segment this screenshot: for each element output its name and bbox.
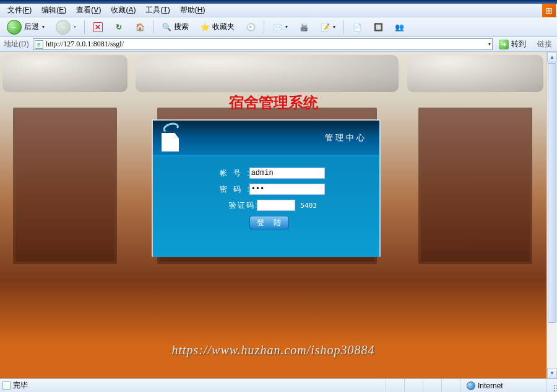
row-password: 密码: [153, 184, 379, 195]
row-account: 帐号: [153, 168, 379, 179]
account-input[interactable] [249, 168, 325, 179]
refresh-icon: ↻ [114, 22, 124, 32]
star-icon: ⭐ [200, 22, 210, 32]
toolbar: ← 后退 ▾ → ▾ ✕ ↻ 🏠 🔍 搜索 ⭐ 收藏夹 🕘 ✉️▾ 🖨️ 📝▾ … [0, 17, 557, 37]
scroll-thumb[interactable] [548, 63, 556, 323]
go-label: 转到 [511, 39, 526, 49]
panel-frame: 管理中心 帐号: 密码: 验证码: 5403 [152, 119, 381, 257]
login-button[interactable]: 登 陆 [249, 216, 289, 229]
research-icon: 🔲 [373, 22, 383, 32]
page-icon [2, 381, 11, 390]
status-cell [423, 379, 442, 392]
menu-help[interactable]: 帮助(H) [175, 4, 210, 17]
mail-button[interactable]: ✉️▾ [268, 20, 292, 34]
vertical-scrollbar[interactable]: ▲ ▼ [546, 52, 557, 378]
favorites-button[interactable]: ⭐ 收藏夹 [196, 20, 239, 34]
edit-button[interactable]: 📝▾ [316, 20, 340, 34]
separator [153, 20, 153, 34]
separator [264, 20, 264, 34]
go-button[interactable]: ➜ 转到 [495, 38, 530, 51]
menu-favorites[interactable]: 收藏(A) [106, 4, 140, 17]
address-input-wrap[interactable]: e ▾ [33, 38, 493, 50]
content-area: 宿舍管理系统 管理中心 帐号: 密码: 验证码: [0, 52, 557, 378]
chevron-down-icon: ▾ [333, 24, 335, 30]
forward-button[interactable]: → ▾ [51, 18, 80, 36]
stop-button[interactable]: ✕ [89, 20, 107, 34]
search-icon: 🔍 [162, 22, 171, 32]
back-arrow-icon: ← [7, 20, 22, 35]
captcha-label: 验证码 [215, 200, 255, 211]
address-label: 地址(D) [2, 39, 30, 49]
messenger-button[interactable]: 👥 [390, 20, 408, 34]
mail-icon: ✉️ [272, 22, 282, 32]
account-label: 帐号 [207, 168, 247, 179]
menu-view[interactable]: 查看(V) [71, 4, 106, 17]
back-label: 后退 [24, 22, 39, 32]
discuss-button[interactable]: 📄 [348, 20, 366, 34]
status-cell [405, 379, 423, 392]
page-icon: e [35, 40, 43, 49]
login-body: 帐号: 密码: 验证码: 5403 登 陆 [153, 156, 379, 257]
links-label[interactable]: 链接 [535, 39, 555, 49]
history-icon: 🕘 [246, 22, 256, 32]
separator [343, 20, 344, 34]
login-panel: 管理中心 帐号: 密码: 验证码: 5403 [152, 119, 381, 257]
status-zone: Internet [460, 379, 547, 392]
status-left: 完毕 [0, 380, 386, 391]
address-bar: 地址(D) e ▾ ➜ 转到 链接 [0, 37, 557, 52]
research-button[interactable]: 🔲 [369, 20, 387, 34]
scroll-down-button[interactable]: ▼ [547, 368, 557, 378]
home-button[interactable]: 🏠 [131, 20, 149, 34]
search-label: 搜索 [174, 22, 189, 32]
row-submit: 登 陆 [153, 216, 379, 229]
status-bar: 完毕 Internet [0, 378, 557, 392]
page-title: 宿舍管理系统 [0, 93, 546, 113]
status-done: 完毕 [13, 380, 28, 391]
address-input[interactable] [46, 40, 485, 49]
history-button[interactable]: 🕘 [241, 20, 260, 34]
password-input[interactable] [249, 184, 325, 195]
scroll-up-button[interactable]: ▲ [547, 52, 557, 62]
windows-logo-icon: ⊞ [542, 4, 556, 17]
password-label: 密码 [207, 184, 247, 195]
watermark: https://www.huzhan.com/ishop30884 [0, 343, 546, 357]
messenger-icon: 👥 [394, 22, 404, 32]
globe-icon [467, 381, 475, 390]
chevron-down-icon[interactable]: ▾ [488, 41, 491, 47]
forward-arrow-icon: → [56, 20, 71, 35]
go-arrow-icon: ➜ [499, 40, 509, 49]
search-button[interactable]: 🔍 搜索 [157, 20, 193, 34]
chevron-down-icon: ▾ [285, 24, 288, 30]
stop-icon: ✕ [93, 22, 103, 32]
menu-file[interactable]: 文件(F) [2, 4, 37, 17]
row-captcha: 验证码: 5403 [153, 200, 379, 211]
refresh-button[interactable]: ↻ [110, 20, 128, 34]
resize-grip[interactable] [547, 383, 557, 388]
menu-tools[interactable]: 工具(T) [140, 4, 175, 17]
chevron-down-icon: ▾ [74, 24, 76, 30]
separator [84, 20, 85, 34]
print-icon: 🖨️ [299, 22, 309, 32]
chevron-down-icon: ▾ [42, 24, 45, 30]
back-button[interactable]: ← 后退 ▾ [2, 18, 49, 36]
menu-edit[interactable]: 编辑(E) [37, 4, 71, 17]
status-cell [442, 379, 460, 392]
edit-icon: 📝 [320, 22, 330, 32]
captcha-code: 5403 [300, 202, 317, 210]
home-icon: 🏠 [135, 22, 145, 32]
login-header: 管理中心 [153, 121, 379, 156]
status-cell [386, 379, 405, 392]
document-halo-icon [160, 124, 184, 151]
panel-title: 管理中心 [325, 132, 367, 143]
discuss-icon: 📄 [352, 22, 362, 32]
captcha-input[interactable] [257, 200, 295, 211]
favorites-label: 收藏夹 [212, 22, 235, 32]
print-button[interactable]: 🖨️ [295, 20, 313, 34]
menu-bar: 文件(F) 编辑(E) 查看(V) 收藏(A) 工具(T) 帮助(H) ⊞ [0, 4, 557, 17]
zone-label: Internet [478, 381, 503, 390]
